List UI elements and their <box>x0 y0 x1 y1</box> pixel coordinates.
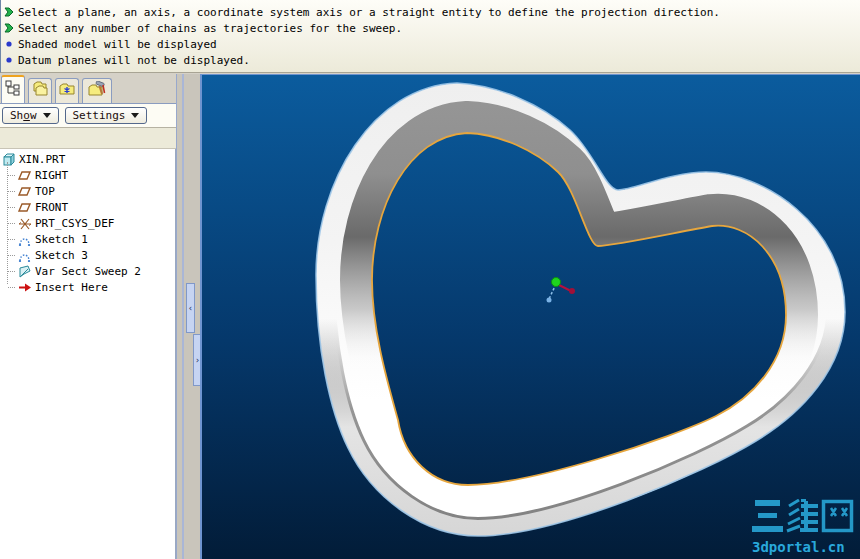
tree-item-label: FRONT <box>35 201 68 214</box>
model-tree: XIN.PRT RIGHT TOP <box>0 149 176 559</box>
settings-button-label: Settings <box>73 109 126 122</box>
graphics-viewport[interactable]: 3dportal.cn <box>200 74 860 559</box>
csys-icon <box>18 217 32 230</box>
cjk-char-wang <box>824 502 852 531</box>
watermark-cjk <box>752 499 856 535</box>
tree-connector <box>8 239 15 240</box>
message-line: Select any number of chains as trajector… <box>1 20 860 36</box>
tab-layer-tree[interactable] <box>28 78 52 103</box>
part-icon <box>2 153 16 166</box>
collapse-left-button[interactable]: ‹ <box>186 283 195 333</box>
sketch-icon <box>18 233 32 246</box>
info-bullet-icon <box>3 55 14 65</box>
tree-row-root[interactable]: XIN.PRT <box>0 151 175 167</box>
tree-row[interactable]: RIGHT <box>0 167 175 183</box>
insert-here-icon <box>18 281 32 294</box>
tab-model-tree[interactable] <box>1 75 25 103</box>
cjk-char-wei <box>787 499 818 532</box>
tree-connector <box>8 271 15 272</box>
prompt-arrow-icon <box>3 23 14 33</box>
tree-connector <box>8 191 15 192</box>
tab-folder-browser[interactable] <box>55 78 79 103</box>
folder-star-icon <box>59 81 75 101</box>
tree-item-label: RIGHT <box>35 169 68 182</box>
tree-header-strip <box>0 127 176 149</box>
folder-tools-icon <box>88 81 106 101</box>
watermark: 3dportal.cn <box>752 499 856 555</box>
tree-connector <box>8 287 15 288</box>
show-button[interactable]: Show <box>2 107 59 124</box>
panel-splitter[interactable]: ‹ › <box>176 74 201 559</box>
tree-item-label: PRT_CSYS_DEF <box>35 217 114 230</box>
tree-row[interactable]: TOP <box>0 183 175 199</box>
tree-connector <box>8 223 15 224</box>
message-area: Select a plane, an axis, a coordinate sy… <box>0 0 860 73</box>
datum-plane-icon <box>18 201 32 214</box>
cjk-char-san <box>752 500 783 532</box>
navigator-tabs <box>0 74 176 103</box>
datum-plane-icon <box>18 185 32 198</box>
tree-item-label: Var Sect Sweep 2 <box>35 265 141 278</box>
3d-scene <box>200 74 860 559</box>
tree-connector <box>8 255 15 256</box>
layer-folders-icon <box>32 81 48 101</box>
dropdown-arrow-icon <box>43 113 51 118</box>
tree-item-label: Sketch 3 <box>35 249 88 262</box>
tree-toolbar: Show Settings <box>0 103 176 127</box>
tree-connector-line <box>7 162 8 284</box>
tree-row[interactable]: Sketch 3 <box>0 247 175 263</box>
tree-item-label: TOP <box>35 185 55 198</box>
show-button-label: Show <box>10 109 37 122</box>
message-text: Select any number of chains as trajector… <box>18 22 402 35</box>
model-tree-icon <box>5 80 21 100</box>
tree-item-label: XIN.PRT <box>19 153 65 166</box>
dropdown-arrow-icon <box>131 113 139 118</box>
message-text: Select a plane, an axis, a coordinate sy… <box>18 6 720 19</box>
settings-button[interactable]: Settings <box>65 107 148 124</box>
tree-row[interactable]: Var Sect Sweep 2 <box>0 263 175 279</box>
tree-row[interactable]: Sketch 1 <box>0 231 175 247</box>
tree-row[interactable]: Insert Here <box>0 279 175 295</box>
navigator-panel: Show Settings XIN.PRT <box>0 74 176 559</box>
tree-item-label: Insert Here <box>35 281 108 294</box>
splitter-groove <box>182 74 184 559</box>
message-line: Select a plane, an axis, a coordinate sy… <box>1 4 860 20</box>
prompt-arrow-icon <box>3 7 14 17</box>
info-bullet-icon <box>3 39 14 49</box>
tab-utilities[interactable] <box>82 78 112 103</box>
datum-plane-icon <box>18 169 32 182</box>
tree-row[interactable]: FRONT <box>0 199 175 215</box>
message-text: Shaded model will be displayed <box>18 38 217 51</box>
message-text: Datum planes will not be displayed. <box>18 54 250 67</box>
tree-row[interactable]: PRT_CSYS_DEF <box>0 215 175 231</box>
chevron-left-icon: ‹ <box>188 303 193 313</box>
watermark-url: 3dportal.cn <box>752 539 856 555</box>
sketch-icon <box>18 249 32 262</box>
sweep-icon <box>18 265 32 278</box>
message-line: Datum planes will not be displayed. <box>1 52 860 68</box>
message-line: Shaded model will be displayed <box>1 36 860 52</box>
proe-window: Select a plane, an axis, a coordinate sy… <box>0 0 860 559</box>
tree-item-label: Sketch 1 <box>35 233 88 246</box>
tree-connector <box>8 175 15 176</box>
tree-connector <box>8 207 15 208</box>
